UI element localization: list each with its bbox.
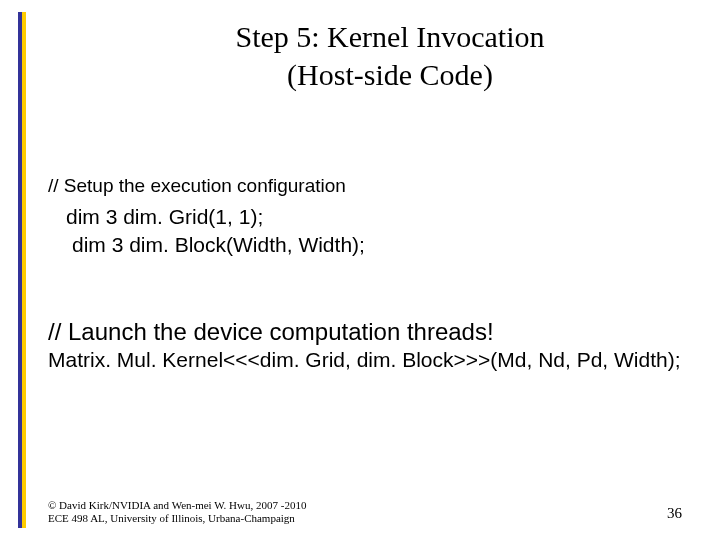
- copyright-line-1: © David Kirk/NVIDIA and Wen-mei W. Hwu, …: [48, 499, 306, 513]
- copyright-line-2: ECE 498 AL, University of Illinois, Urba…: [48, 512, 306, 526]
- title-line-2: (Host-side Code): [120, 56, 660, 94]
- config-code-line-2: dim 3 dim. Block(Width, Width);: [72, 231, 700, 259]
- slide-body: // Setup the execution configuration dim…: [48, 175, 700, 372]
- config-code-line-1: dim 3 dim. Grid(1, 1);: [66, 203, 700, 231]
- launch-call-code: Matrix. Mul. Kernel<<<dim. Grid, dim. Bl…: [48, 348, 700, 372]
- accent-bar: [18, 12, 26, 528]
- slide: Step 5: Kernel Invocation (Host-side Cod…: [0, 0, 720, 540]
- config-comment: // Setup the execution configuration: [48, 175, 700, 197]
- accent-stripe-yellow: [22, 12, 26, 528]
- page-number: 36: [667, 505, 682, 522]
- launch-section: // Launch the device computation threads…: [48, 318, 700, 372]
- launch-comment: // Launch the device computation threads…: [48, 318, 700, 346]
- slide-title: Step 5: Kernel Invocation (Host-side Cod…: [120, 18, 660, 93]
- copyright-footer: © David Kirk/NVIDIA and Wen-mei W. Hwu, …: [48, 499, 306, 527]
- title-line-1: Step 5: Kernel Invocation: [120, 18, 660, 56]
